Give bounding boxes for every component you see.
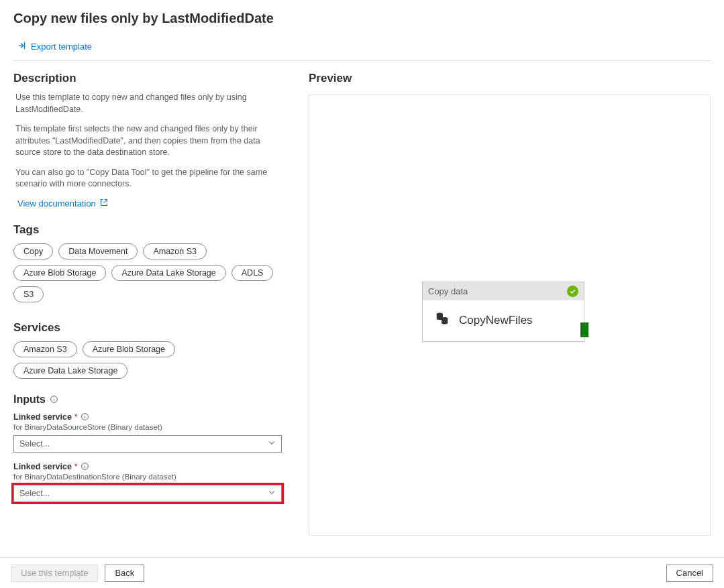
info-icon [81, 462, 89, 471]
back-button[interactable]: Back [105, 565, 144, 582]
node-activity-name: CopyNewFiles [459, 314, 533, 327]
view-documentation-link[interactable]: View documentation [17, 198, 108, 209]
tag-pill: Copy [13, 243, 53, 259]
linked-service-source-field: Linked service * for BinaryDataSourceSto… [13, 412, 282, 453]
field-sublabel: for BinaryDataSourceStore (Binary datase… [13, 423, 282, 431]
field-label: Linked service * [13, 462, 282, 471]
linked-service-source-select[interactable]: Select... [13, 435, 282, 453]
info-icon [81, 412, 89, 421]
tag-pill: Data Movement [58, 243, 138, 259]
export-icon [17, 41, 27, 52]
status-ok-icon [567, 286, 578, 297]
svg-point-5 [85, 465, 85, 465]
services-row: Azure Data Lake Storage [13, 363, 282, 379]
use-this-template-button: Use this template [11, 565, 98, 582]
linked-service-destination-field: Linked service * for BinaryDataDestinati… [13, 462, 282, 502]
tag-pill: Amazon S3 [143, 243, 207, 259]
description-p3: You can also go to "Copy Data Tool" to g… [15, 167, 282, 190]
tag-pill: S3 [13, 286, 44, 302]
chevron-down-icon [268, 438, 276, 449]
field-label-text: Linked service [13, 462, 72, 471]
preview-canvas: Copy data [309, 95, 711, 536]
page-title: Copy new files only by LastModifiedDate [13, 11, 711, 26]
info-icon [50, 395, 58, 404]
external-link-icon [100, 198, 108, 209]
doc-link-label: View documentation [17, 198, 96, 209]
tag-pill: Azure Blob Storage [13, 265, 106, 281]
service-pill: Azure Data Lake Storage [13, 363, 127, 379]
database-icon [435, 311, 450, 329]
preview-heading: Preview [309, 72, 711, 85]
services-heading: Services [13, 321, 282, 335]
divider [13, 60, 711, 61]
inputs-heading-label: Inputs [13, 394, 46, 406]
linked-service-destination-select[interactable]: Select... [13, 485, 282, 502]
tags-row: S3 [13, 286, 282, 302]
tag-pill: ADLS [231, 265, 274, 281]
cancel-button[interactable]: Cancel [666, 565, 713, 582]
select-placeholder: Select... [19, 439, 50, 449]
service-pill: Amazon S3 [13, 341, 77, 357]
tags-heading: Tags [13, 223, 282, 237]
chevron-down-icon [268, 488, 276, 498]
field-label: Linked service * [13, 412, 282, 422]
export-template-link[interactable]: Export template [13, 38, 711, 59]
node-body: CopyNewFiles [423, 300, 584, 341]
description-heading: Description [13, 72, 282, 85]
description-p1: Use this template to copy new and change… [15, 92, 282, 115]
required-indicator: * [74, 412, 78, 422]
export-template-label: Export template [31, 42, 92, 52]
select-placeholder: Select... [19, 489, 50, 498]
required-indicator: * [74, 462, 78, 471]
inputs-heading: Inputs [13, 394, 282, 406]
services-row: Amazon S3 Azure Blob Storage [13, 341, 282, 357]
node-header: Copy data [423, 282, 584, 300]
description-p2: This template first selects the new and … [15, 123, 282, 159]
tag-pill: Azure Data Lake Storage [111, 265, 225, 281]
node-output-handle[interactable] [580, 322, 588, 337]
tags-row: Copy Data Movement Amazon S3 [13, 243, 282, 259]
footer: Use this template Back Cancel [0, 557, 724, 588]
service-pill: Azure Blob Storage [83, 341, 175, 357]
field-sublabel: for BinaryDataDestinationStore (Binary d… [13, 473, 282, 481]
svg-point-1 [54, 398, 54, 398]
pipeline-node[interactable]: Copy data [422, 282, 584, 342]
field-label-text: Linked service [13, 412, 72, 422]
tags-row: Azure Blob Storage Azure Data Lake Stora… [13, 265, 282, 281]
node-type-label: Copy data [428, 286, 468, 296]
svg-point-3 [85, 415, 85, 416]
